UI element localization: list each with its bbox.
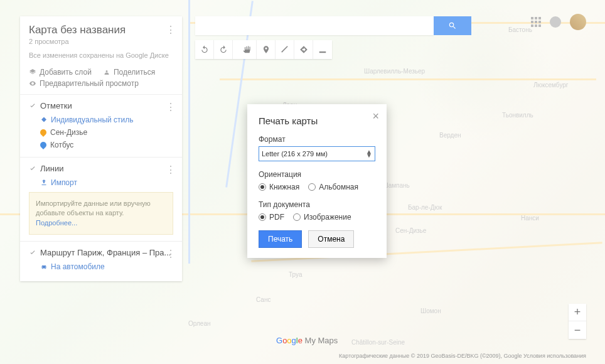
format-select[interactable]: Letter (216 x 279 мм) ▲▼ (259, 146, 375, 161)
spinner-icon: ▲▼ (366, 150, 372, 158)
layer-lines: Линии ⋮ Импорт Импортируйте данные или в… (20, 157, 182, 241)
layer-route: Маршрут Париж, Франция – Пра... ⋮ На авт… (20, 241, 182, 281)
marker-item[interactable]: Котбус (40, 141, 173, 149)
zoom-out-button[interactable]: − (569, 321, 586, 339)
layer-title[interactable]: Маршрут Париж, Франция – Пра... (29, 248, 173, 257)
doctype-label: Тип документа (259, 200, 375, 209)
hand-tool[interactable] (238, 40, 257, 59)
search-icon (448, 21, 457, 30)
learn-more-link[interactable]: Подробнее... (36, 219, 77, 227)
radio-icon (259, 183, 266, 191)
format-label: Формат (259, 135, 375, 144)
dialog-title: Печать карты (259, 115, 375, 126)
layer-style[interactable]: Индивидуальный стиль (40, 115, 173, 124)
layer-menu-button[interactable]: ⋮ (166, 248, 176, 260)
import-hint: Импортируйте данные или вручную добавьте… (29, 192, 173, 235)
radio-icon (293, 213, 301, 221)
notifications-icon[interactable] (550, 16, 561, 28)
marker-tool[interactable] (257, 40, 276, 59)
line-tool[interactable] (276, 40, 294, 59)
avatar[interactable] (570, 14, 586, 30)
print-dialog: × Печать карты Формат Letter (216 x 279 … (247, 104, 387, 258)
map-title[interactable]: Карта без названия (29, 24, 173, 36)
zoom-control: + − (569, 304, 586, 339)
radio-icon (308, 183, 316, 191)
search-input[interactable] (195, 16, 434, 35)
import-button[interactable]: Импорт (40, 178, 173, 187)
close-icon[interactable]: × (372, 110, 379, 122)
route-mode[interactable]: На автомобиле (40, 262, 173, 271)
undo-button[interactable] (195, 40, 214, 59)
redo-button[interactable] (214, 40, 233, 59)
print-button[interactable]: Печать (259, 230, 302, 248)
layer-title[interactable]: Отметки (29, 101, 173, 110)
format-value: Letter (216 x 279 мм) (262, 150, 328, 158)
marker-icon (39, 128, 48, 137)
view-count: 2 просмотра (29, 38, 173, 45)
apps-icon[interactable] (531, 17, 541, 27)
orientation-landscape-radio[interactable]: Альбомная (308, 183, 358, 191)
save-status: Все изменения сохранены на Google Диске (29, 51, 173, 59)
map-menu-button[interactable]: ⋮ (166, 24, 176, 36)
attribution: Картографические данные © 2019 GeoBasis-… (339, 353, 586, 359)
preview-button[interactable]: Предварительный просмотр (29, 79, 173, 88)
layer-title[interactable]: Линии (29, 164, 173, 173)
zoom-in-button[interactable]: + (569, 304, 586, 321)
map-toolbar (195, 40, 332, 59)
layer-markers: Отметки ⋮ Индивидуальный стиль Сен-Дизье… (20, 94, 182, 157)
radio-icon (259, 213, 266, 221)
add-layer-button[interactable]: Добавить слой (29, 68, 92, 77)
orientation-label: Ориентация (259, 170, 375, 179)
orientation-portrait-radio[interactable]: Книжная (259, 183, 299, 191)
mymaps-logo: Google My Maps (276, 336, 338, 345)
doctype-image-radio[interactable]: Изображение (293, 213, 351, 222)
share-button[interactable]: Поделиться (103, 68, 155, 77)
marker-icon (39, 141, 48, 149)
layer-menu-button[interactable]: ⋮ (166, 101, 176, 113)
search-button[interactable] (434, 16, 471, 35)
doctype-pdf-radio[interactable]: PDF (259, 213, 284, 222)
ruler-tool[interactable] (313, 40, 332, 59)
layer-menu-button[interactable]: ⋮ (166, 164, 176, 176)
marker-item[interactable]: Сен-Дизье (40, 128, 173, 137)
cancel-button[interactable]: Отмена (308, 230, 354, 248)
directions-tool[interactable] (294, 40, 313, 59)
layers-panel: Карта без названия 2 просмотра Все измен… (20, 16, 182, 281)
